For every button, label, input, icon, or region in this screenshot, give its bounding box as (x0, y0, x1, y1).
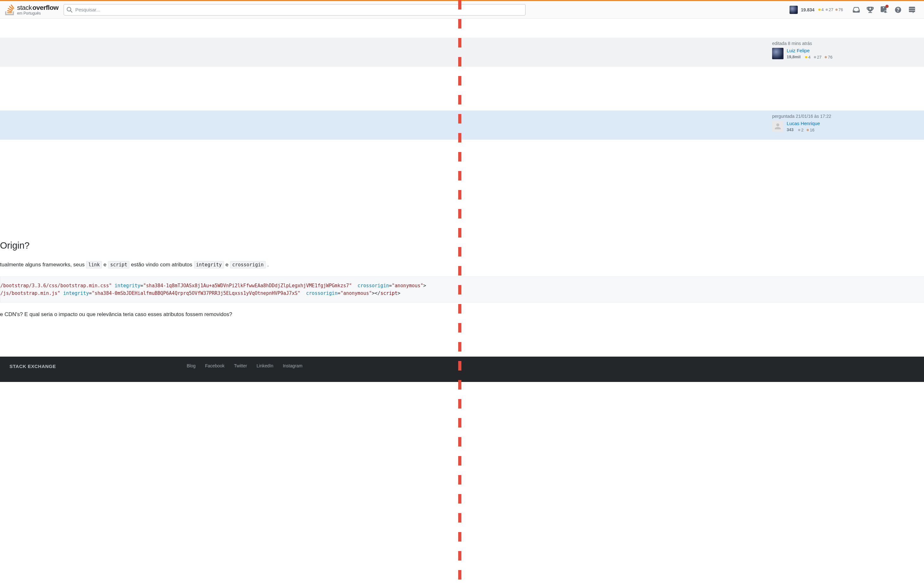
asker-bronze: 16 (807, 127, 814, 132)
footer-link[interactable]: Twitter (234, 363, 247, 368)
asker-avatar[interactable] (772, 121, 784, 132)
editor-silver: 27 (814, 55, 822, 60)
footer-link[interactable]: Blog (187, 363, 196, 368)
search-input[interactable] (64, 4, 526, 15)
code-script: script (108, 261, 129, 268)
editor-bronze: 76 (825, 55, 832, 60)
reputation-value: 19.834 (801, 7, 815, 12)
logo-text-stack: stack (17, 4, 32, 11)
edit-action-text: editada 8 mins atrás (772, 41, 899, 46)
code-block: /bootstrap/3.3.6/css/bootstrap.min.css" … (0, 276, 924, 303)
silver-badge-count: 27 (826, 7, 833, 12)
asker-rep: 343 (787, 127, 794, 132)
inbox-icon[interactable] (849, 2, 863, 17)
editor-user-card: editada 8 mins atrás Luiz Felipe 19,8mil… (0, 38, 924, 67)
search-wrapper (64, 4, 526, 15)
question-intro: tualmente alguns frameworks, seus link e… (0, 260, 924, 269)
avatar (790, 6, 798, 14)
footer-link[interactable]: Instagram (283, 363, 302, 368)
code-link: link (86, 261, 102, 268)
question-title: Origin? (0, 240, 924, 251)
asker-name-link[interactable]: Lucas Henrique (787, 121, 820, 126)
editor-gold: 4 (805, 55, 810, 60)
site-switcher-icon[interactable] (905, 2, 919, 17)
footer-link[interactable]: LinkedIn (257, 363, 274, 368)
editor-avatar[interactable] (772, 48, 784, 59)
asker-silver: 2 (798, 127, 804, 132)
notification-dot (885, 5, 889, 8)
editor-name-link[interactable]: Luiz Felipe (787, 48, 833, 53)
code-crossorigin: crossorigin (230, 261, 266, 268)
asker-user-card: perguntada 21/01/16 às 17:22 Lucas Henri… (0, 111, 924, 140)
help-icon[interactable] (891, 2, 905, 17)
editor-rep: 19,8mil (787, 55, 800, 59)
user-profile-link[interactable]: 19.834 4 27 76 (786, 6, 846, 14)
review-queue-icon[interactable] (877, 2, 891, 17)
logo-icon (5, 5, 15, 15)
bronze-badge-count: 76 (835, 7, 843, 12)
gold-badge-count: 4 (818, 7, 824, 12)
footer: STACK EXCHANGE Blog Facebook Twitter Lin… (0, 357, 924, 382)
logo-text-overflow: overflow (33, 4, 59, 11)
question-text-2: e CDN's? E qual seria o impacto ou que r… (0, 310, 924, 319)
logo[interactable]: stack overflow em Português (5, 4, 59, 15)
footer-link[interactable]: Facebook (205, 363, 224, 368)
ask-action-text: perguntada 21/01/16 às 17:22 (772, 114, 899, 119)
code-integrity: integrity (194, 261, 224, 268)
topbar: stack overflow em Português 19.834 4 27 … (0, 1, 924, 19)
search-icon (67, 7, 73, 13)
achievements-icon[interactable] (863, 2, 877, 17)
footer-links: Blog Facebook Twitter LinkedIn Instagram (187, 363, 914, 368)
logo-subtitle: em Português (17, 12, 59, 15)
